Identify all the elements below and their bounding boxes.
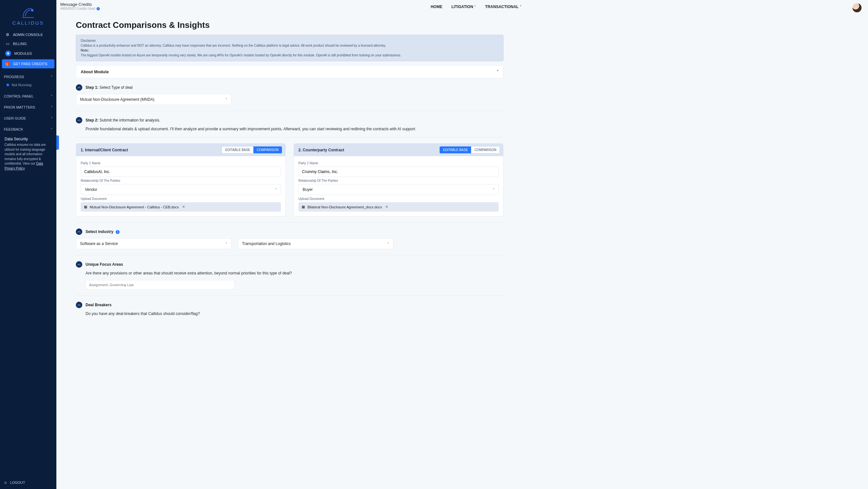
chevron-down-icon: ˅: [51, 105, 53, 109]
disclaimer-label: Disclaimer.: [81, 38, 499, 43]
party1-label: Party 1 Name: [81, 161, 281, 165]
industry-select-2[interactable]: Transportation and Logistics ˅: [238, 238, 393, 249]
file-icon: ▦: [302, 205, 305, 209]
group-label: CONTROL PANEL: [4, 94, 34, 98]
rel-label: Relationship Of The Parties: [299, 179, 499, 182]
about-module-toggle[interactable]: About Module ˅: [76, 65, 503, 79]
sidebar: CALLIDUS ⚙ ADMIN CONSOLE ▭ BILLING MODUL…: [0, 0, 56, 489]
credits-sub: 4860/6522 Credits Used: [60, 7, 95, 10]
sidebar-collapse-handle[interactable]: [56, 135, 59, 150]
svg-point-0: [31, 9, 33, 11]
card-icon: ▭: [5, 41, 10, 46]
chevron-down-icon: ˅: [225, 242, 227, 246]
rel-value: Buyer: [303, 187, 313, 192]
remove-file-icon[interactable]: ✕: [182, 205, 185, 209]
top-nav: HOME LITIGATION˅ TRANSACTIONAL˅: [100, 2, 852, 9]
sidebar-item-billing[interactable]: ▭ BILLING: [2, 39, 55, 48]
sidebar-item-free-credits[interactable]: 🎁 GET FREE CREDITS: [2, 59, 55, 68]
focus-question: Are there any provisions or other areas …: [86, 271, 503, 275]
chevron-down-icon: ˅: [51, 95, 53, 98]
svg-point-1: [7, 53, 9, 55]
sidebar-item-admin[interactable]: ⚙ ADMIN CONSOLE: [2, 30, 55, 39]
upload-label: Upload Document: [299, 197, 499, 201]
step-icon: [76, 261, 82, 268]
step-1-label: Step 1:: [86, 85, 98, 90]
party2-relationship-select[interactable]: Buyer ˅: [299, 184, 499, 195]
info-icon[interactable]: i: [116, 230, 120, 234]
industry-select-1[interactable]: Software as a Service ˅: [76, 238, 231, 249]
chevron-down-icon: ˅: [474, 5, 476, 8]
remove-file-icon[interactable]: ✕: [385, 205, 388, 209]
sidebar-group-prior-matters[interactable]: PRIOR MATTTERS ˅: [4, 103, 53, 111]
brand-name: CALLIDUS: [12, 20, 44, 26]
step-icon: [76, 302, 82, 308]
sidebar-group-progress[interactable]: PROGRESS ˄: [4, 73, 53, 81]
party1-relationship-select[interactable]: Vendor ˅: [81, 184, 281, 195]
modules-icon: [5, 51, 11, 56]
chevron-down-icon: ˅: [388, 242, 389, 246]
chevron-down-icon: ˅: [497, 70, 499, 74]
logout-label: LOGOUT: [10, 481, 25, 485]
step-1-text: Select Type of deal: [99, 85, 132, 90]
chevron-down-icon: ˅: [51, 117, 53, 120]
sidebar-label: MODULES: [14, 52, 32, 55]
note-body: The biggest OpenAI models hosted on Azur…: [81, 53, 499, 58]
gift-icon: 🎁: [5, 62, 10, 66]
deal-type-select[interactable]: Mutual Non-Disclosure Agreement (MNDA) ˅: [76, 94, 231, 105]
panel-title: 1. Internal/Client Contract: [81, 148, 128, 152]
nav-home[interactable]: HOME: [431, 4, 442, 9]
step-icon: [76, 84, 82, 91]
comparison-btn[interactable]: COMPARISON: [253, 147, 282, 153]
info-icon[interactable]: i: [97, 7, 100, 10]
focus-title: Unique Focus Areas: [86, 262, 123, 267]
sidebar-group-user-guide[interactable]: USER GUIDE ˅: [4, 114, 53, 122]
step-2-label: Step 2:: [86, 118, 98, 122]
progress-status: Not Running: [6, 82, 53, 88]
comparison-btn[interactable]: COMPARISON: [471, 147, 500, 153]
industry-label: Select industry: [86, 230, 114, 234]
file-name: Bilateral Non-Disclosure Agreement_docx.…: [308, 205, 382, 209]
step-2-sub: Provide foundational details & upload do…: [86, 127, 503, 131]
disclaimer-body: Callidus is a productivity-enhancer and …: [81, 43, 499, 48]
chevron-down-icon: ˅: [51, 128, 53, 131]
nav-litigation[interactable]: LITIGATION˅: [451, 4, 476, 9]
about-module-label: About Module: [81, 69, 109, 74]
logout-button[interactable]: ⎋ LOGOUT: [4, 481, 52, 485]
party1-name-input[interactable]: [81, 166, 281, 177]
step-icon: [76, 228, 82, 235]
breakers-title: Deal Breakers: [86, 303, 112, 307]
sidebar-group-control-panel[interactable]: CONTROL PANEL ˅: [4, 92, 53, 100]
group-label: FEEDBACK: [4, 127, 23, 131]
industry-value-2: Transportation and Logistics: [242, 241, 291, 246]
chevron-down-icon: ˅: [275, 188, 277, 191]
editable-base-btn[interactable]: EDITABLE BASE: [440, 147, 471, 153]
credits-block: Message Credits 4860/6522 Credits Used i: [60, 2, 100, 10]
note-label: Note:: [81, 48, 499, 53]
step-2-text: Submit the information for analysis.: [99, 118, 160, 122]
gear-icon: ⚙: [5, 32, 10, 37]
chevron-down-icon: ˅: [225, 98, 227, 101]
logo-icon: [20, 4, 37, 19]
sidebar-group-feedback[interactable]: FEEDBACK ˅: [4, 125, 53, 133]
file-icon: ▦: [84, 205, 87, 209]
party1-file-chip: ▦ Mutual Non-Disclosure Agreement - Call…: [81, 202, 281, 212]
party2-name-input[interactable]: [299, 166, 499, 177]
panel1-mode-toggle: EDITABLE BASE COMPARISON: [222, 146, 282, 154]
sidebar-label: BILLING: [13, 42, 27, 46]
file-name: Mutual Non-Disclosure Agreement - Callid…: [90, 205, 179, 209]
upload-label: Upload Document: [81, 197, 281, 201]
nav-transactional[interactable]: TRANSACTIONAL˅: [485, 4, 521, 9]
topbar: Message Credits 4860/6522 Credits Used i…: [56, 0, 868, 12]
status-dot-icon: [6, 84, 9, 86]
disclaimer-notice: Disclaimer. Callidus is a productivity-e…: [76, 35, 503, 61]
brand-logo: CALLIDUS: [0, 0, 56, 29]
sidebar-item-modules[interactable]: MODULES: [2, 48, 55, 59]
security-title: Data Security: [4, 136, 52, 142]
focus-input[interactable]: [86, 280, 235, 290]
avatar[interactable]: [852, 3, 862, 12]
editable-base-btn[interactable]: EDITABLE BASE: [222, 147, 253, 153]
focus-header: Unique Focus Areas: [76, 261, 503, 268]
chevron-down-icon: ˅: [493, 188, 494, 191]
chevron-up-icon: ˄: [51, 75, 53, 79]
step-1-header: Step 1: Select Type of deal: [76, 84, 503, 91]
